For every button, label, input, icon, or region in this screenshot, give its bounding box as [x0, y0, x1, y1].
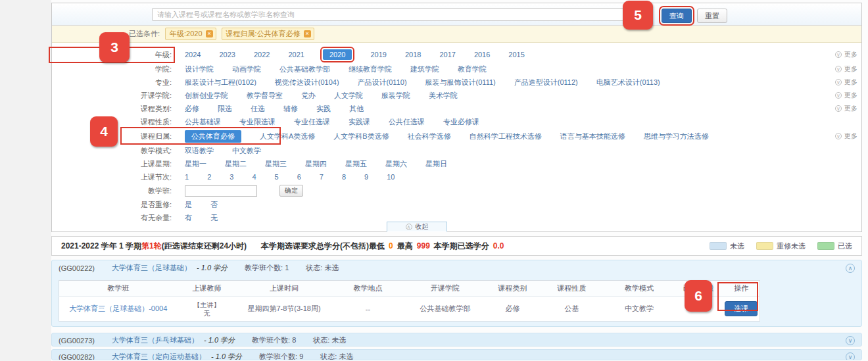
filter-option[interactable]: 人文学科B类选修 — [333, 132, 389, 141]
filter-option[interactable]: 2020 — [323, 49, 352, 60]
course-header[interactable]: (GG00222)大学体育三（足球基础）- 1.0 学分教学班个数: 1状态: … — [52, 260, 861, 273]
filter-option[interactable]: 限选 — [218, 104, 232, 114]
filter-tag[interactable]: 年级:2020× — [165, 28, 216, 40]
course-code: (GG00273) — [59, 337, 95, 345]
filter-option[interactable]: 人文学院 — [334, 91, 363, 101]
filter-tag-label: 课程归属:公共体育必修 — [226, 29, 301, 39]
search-input[interactable] — [152, 8, 649, 21]
filter-option[interactable]: 2021 — [288, 51, 304, 59]
filter-option[interactable]: 星期三 — [265, 159, 287, 169]
collapse-toggle[interactable]: ∧ 收起 — [387, 222, 447, 232]
filter-option[interactable]: 服装学院 — [381, 91, 410, 101]
filter-option[interactable]: 党办 — [301, 91, 316, 101]
expand-chevron-icon[interactable]: ∨ — [846, 352, 855, 361]
filter-option[interactable]: 2 — [207, 173, 211, 181]
filter-option[interactable]: 6 — [297, 173, 301, 181]
filter-option[interactable]: 星期四 — [305, 159, 327, 169]
course-header[interactable]: (GG00273)大学体育三（乒乓球基础）- 1.0 学分教学班个数: 8状态:… — [52, 333, 861, 345]
filter-option[interactable]: 教育学院 — [458, 64, 487, 74]
filter-option[interactable]: 公共体育必修 — [185, 130, 241, 143]
filter-option[interactable]: 专业限选课 — [239, 117, 276, 127]
filter-option[interactable]: 4 — [252, 173, 256, 181]
expand-chevron-icon[interactable]: ∧ — [846, 264, 855, 273]
filter-option[interactable]: 8 — [342, 173, 346, 181]
filter-option[interactable]: 2024 — [185, 51, 201, 59]
filter-option[interactable]: 2019 — [370, 51, 386, 59]
filter-option[interactable]: 2023 — [219, 51, 235, 59]
reset-button[interactable]: 重置 — [697, 9, 727, 23]
filter-option[interactable]: 专业任选课 — [294, 117, 330, 127]
more-link[interactable]: ∨更多 — [835, 104, 857, 113]
filter-option[interactable]: 7 — [320, 173, 324, 181]
semester-info-bar: 2021-2022 学年 1 学期 第1轮 (距选课结束还剩24小时) 本学期选… — [51, 236, 862, 256]
filter-option[interactable]: 继续教育学院 — [349, 64, 392, 74]
filter-option[interactable]: 否 — [210, 200, 218, 210]
filter-option[interactable]: 任选 — [251, 104, 265, 114]
more-link[interactable]: ∨更多 — [835, 132, 857, 141]
filter-option[interactable]: 2018 — [405, 51, 421, 59]
filter-option[interactable]: 动画学院 — [232, 64, 261, 74]
filter-row-0: 年级:2024202320222021202020192018201720162… — [52, 47, 861, 62]
filter-option[interactable]: 其他 — [349, 104, 364, 114]
filter-option[interactable]: 专业必修课 — [443, 117, 479, 127]
filter-option[interactable]: 1 — [185, 173, 189, 181]
filter-option[interactable]: 实践课 — [349, 117, 370, 127]
filter-option[interactable]: 产品设计(0110) — [358, 78, 407, 87]
filter-option[interactable]: 自然科学工程技术选修 — [470, 132, 542, 141]
filter-option[interactable]: 5 — [275, 173, 279, 181]
filter-option[interactable]: 产品造型设计(0112) — [514, 78, 578, 87]
filter-option[interactable]: 2022 — [254, 51, 270, 59]
filter-option[interactable]: 2016 — [474, 51, 490, 59]
filter-option[interactable]: 服装设计与工程(0102) — [185, 78, 256, 87]
filter-option[interactable]: 必修 — [185, 104, 199, 114]
filter-option[interactable]: 美术学院 — [429, 91, 458, 101]
more-link[interactable]: ∨更多 — [835, 91, 857, 100]
filter-option[interactable]: 电脑艺术设计(0113) — [596, 78, 660, 87]
filter-option[interactable]: 人文学科A类选修 — [260, 132, 315, 141]
filter-option[interactable]: 无 — [210, 213, 218, 223]
filter-option[interactable]: 9 — [364, 173, 368, 181]
filter-option[interactable]: 10 — [387, 173, 395, 181]
select-course-button[interactable]: 选课 — [725, 301, 758, 316]
filter-option[interactable]: 星期一 — [185, 159, 206, 169]
filter-option[interactable]: 实践 — [316, 104, 331, 114]
more-link[interactable]: ∨更多 — [835, 50, 857, 59]
filter-option[interactable]: 双语教学 — [185, 146, 214, 156]
filter-option[interactable]: 是 — [185, 200, 192, 210]
remove-tag-icon[interactable]: × — [206, 30, 213, 37]
filter-option[interactable]: 公共任选课 — [389, 117, 425, 127]
filter-option[interactable]: 2017 — [439, 51, 455, 59]
class-time: 星期四第7-8节(3-18周) — [237, 297, 332, 322]
filter-option[interactable]: 有 — [185, 213, 192, 223]
more-link[interactable]: ∨更多 — [835, 78, 857, 87]
filter-option[interactable]: 公共基础教学部 — [279, 64, 330, 74]
query-button[interactable]: 查询 — [662, 9, 692, 23]
class-name-link[interactable]: 大学体育三（足球基础）-0004 — [59, 297, 178, 322]
filter-option[interactable]: 服装与服饰设计(0111) — [425, 78, 496, 87]
filter-option[interactable]: 3 — [229, 173, 233, 181]
class-number-input[interactable] — [185, 185, 257, 197]
more-link[interactable]: ∨更多 — [835, 64, 857, 74]
filter-option[interactable]: 辅修 — [283, 104, 298, 114]
filter-option[interactable]: 2015 — [508, 51, 524, 59]
filter-option[interactable]: 视觉传达设计(0104) — [275, 78, 339, 87]
course-header[interactable]: (GG00282)大学体育三（定向运动基础）- 1.0 学分教学班个数: 9状态… — [52, 350, 861, 360]
expand-chevron-icon[interactable]: ∨ — [846, 336, 855, 345]
filter-option[interactable]: 设计学院 — [185, 64, 214, 74]
filter-tag[interactable]: 课程归属:公共体育必修× — [222, 28, 314, 40]
filter-option[interactable]: 中文教学 — [232, 146, 261, 156]
filter-option[interactable]: 星期六 — [385, 159, 407, 169]
confirm-button[interactable]: 确定 — [279, 185, 303, 197]
annotation-marker-5: 5 — [623, 1, 653, 30]
filter-option[interactable]: 社会科学选修 — [408, 132, 451, 141]
filter-option[interactable]: 建筑学院 — [410, 64, 439, 74]
remove-tag-icon[interactable]: × — [304, 30, 311, 37]
filter-option[interactable]: 星期二 — [225, 159, 247, 169]
filter-option[interactable]: 创新创业学院 — [185, 91, 228, 101]
filter-option[interactable]: 星期五 — [345, 159, 367, 169]
filter-option[interactable]: 公共基础课 — [185, 117, 221, 127]
filter-option[interactable]: 语言与基本技能选修 — [560, 132, 625, 141]
filter-option[interactable]: 教学督导室 — [247, 91, 283, 101]
filter-option[interactable]: 思维与学习方法选修 — [644, 132, 709, 141]
filter-option[interactable]: 星期日 — [425, 159, 447, 169]
